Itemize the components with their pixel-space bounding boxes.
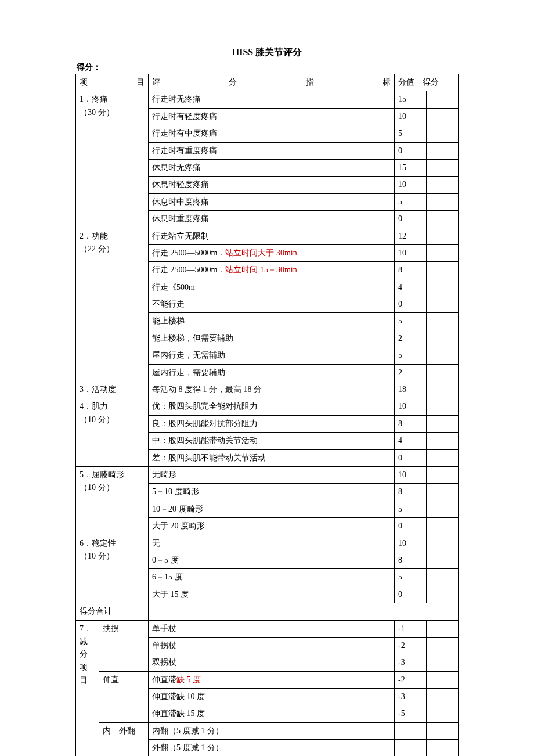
subtotal-score-row: 得分合计 — [76, 603, 459, 620]
score-cell — [427, 347, 459, 364]
score-cell — [427, 244, 459, 261]
score-cell — [427, 296, 459, 313]
value-cell: 8 — [395, 262, 427, 279]
table-row: 7．减分项目扶拐单手杖-1 — [76, 620, 459, 637]
subtotal-label: 得分合计 — [76, 603, 149, 620]
score-cell — [427, 518, 459, 535]
value-cell: 8 — [395, 552, 427, 568]
criteria-cell: 伸直滞缺 10 度 — [149, 689, 395, 705]
value-cell: 0 — [395, 211, 427, 228]
criteria-cell: 每活动 8 度得 1 分，最高 18 分 — [149, 381, 395, 398]
criteria-cell: 差：股四头肌不能带动关节活动 — [149, 449, 395, 466]
value-cell: 10 — [395, 177, 427, 193]
value-cell: 2 — [395, 364, 427, 381]
value-cell: 5 — [395, 193, 427, 210]
header-criteria: 评 分 指 标 — [149, 74, 395, 91]
criteria-cell: 伸直滞缺 15 度 — [149, 705, 395, 722]
value-cell: 5 — [395, 313, 427, 330]
score-cell — [427, 398, 459, 415]
score-cell — [427, 484, 459, 501]
category-cell: 6．稳定性（10 分） — [76, 535, 149, 603]
header-value-score: 分值 得分 — [395, 74, 459, 91]
score-cell — [427, 671, 459, 688]
value-cell: 5 — [395, 501, 427, 517]
value-cell: -2 — [395, 637, 427, 654]
score-label: 得分： — [75, 62, 459, 73]
criteria-cell: 优：股四头肌完全能对抗阻力 — [149, 398, 395, 415]
category-cell: 5．屈膝畸形（10 分） — [76, 466, 149, 535]
deduction-subcategory: 扶拐 — [99, 620, 149, 671]
value-cell: 15 — [395, 159, 427, 176]
score-cell — [427, 279, 459, 296]
criteria-cell: 屋内行走，无需辅助 — [149, 347, 395, 364]
score-cell — [427, 91, 459, 108]
table-row: 3．活动度每活动 8 度得 1 分，最高 18 分18 — [76, 381, 459, 398]
criteria-cell: 休息时轻度疼痛 — [149, 177, 395, 193]
criteria-cell: 行走站立无限制 — [149, 228, 395, 244]
score-cell — [427, 552, 459, 568]
header-item: 项 目 — [76, 74, 149, 91]
score-cell — [427, 569, 459, 586]
category-cell: 1．疼痛（30 分） — [76, 91, 149, 228]
subtotal-value — [149, 603, 459, 620]
value-cell: 10 — [395, 108, 427, 125]
value-cell: 0 — [395, 142, 427, 159]
table-row: 伸直伸直滞缺 5 度-2 — [76, 671, 459, 688]
value-cell: 4 — [395, 433, 427, 449]
value-cell: 0 — [395, 449, 427, 466]
score-table: 项 目评 分 指 标分值 得分1．疼痛（30 分）行走时无疼痛15行走时有轻度疼… — [75, 74, 459, 756]
value-cell: 5 — [395, 347, 427, 364]
score-cell — [427, 415, 459, 432]
value-cell: 10 — [395, 466, 427, 483]
value-cell: 15 — [395, 91, 427, 108]
criteria-cell: 0－5 度 — [149, 552, 395, 568]
score-cell — [427, 228, 459, 244]
value-cell: 4 — [395, 279, 427, 296]
criteria-cell: 休息时中度疼痛 — [149, 193, 395, 210]
criteria-cell: 能上楼梯 — [149, 313, 395, 330]
table-row: 1．疼痛（30 分）行走时无疼痛15 — [76, 91, 459, 108]
criteria-cell: 大于 20 度畸形 — [149, 518, 395, 535]
score-cell — [427, 501, 459, 517]
criteria-cell: 良：股四头肌能对抗部分阻力 — [149, 415, 395, 432]
table-row: 5．屈膝畸形（10 分）无畸形10 — [76, 466, 459, 483]
score-cell — [427, 466, 459, 483]
value-cell: 10 — [395, 398, 427, 415]
score-cell — [427, 177, 459, 193]
value-cell: -1 — [395, 620, 427, 637]
score-cell — [427, 330, 459, 347]
table-row: 内 外翻内翻（5 度减 1 分） — [76, 722, 459, 739]
criteria-cell: 休息时无疼痛 — [149, 159, 395, 176]
value-cell: 0 — [395, 296, 427, 313]
page-title: HISS 膝关节评分 — [75, 46, 459, 59]
score-cell — [427, 142, 459, 159]
score-cell — [427, 637, 459, 654]
value-cell — [395, 740, 427, 756]
value-cell: -5 — [395, 705, 427, 722]
criteria-cell: 大于 15 度 — [149, 586, 395, 603]
score-cell — [427, 620, 459, 637]
score-cell — [427, 433, 459, 449]
value-cell: -3 — [395, 654, 427, 671]
criteria-cell: 6－15 度 — [149, 569, 395, 586]
table-row: 2．功能（22 分）行走站立无限制12 — [76, 228, 459, 244]
criteria-cell: 行走时有中度疼痛 — [149, 125, 395, 142]
criteria-cell: 单拐杖 — [149, 637, 395, 654]
score-cell — [427, 364, 459, 381]
score-cell — [427, 159, 459, 176]
criteria-cell: 双拐杖 — [149, 654, 395, 671]
value-cell — [395, 722, 427, 739]
criteria-cell: 行走《500m — [149, 279, 395, 296]
value-cell: 8 — [395, 484, 427, 501]
category-cell: 2．功能（22 分） — [76, 228, 149, 381]
value-cell: 5 — [395, 125, 427, 142]
score-cell — [427, 722, 459, 739]
criteria-cell: 行走时有轻度疼痛 — [149, 108, 395, 125]
criteria-cell: 行走时有重度疼痛 — [149, 142, 395, 159]
criteria-cell: 单手杖 — [149, 620, 395, 637]
value-cell: 18 — [395, 381, 427, 398]
score-cell — [427, 211, 459, 228]
score-cell — [427, 535, 459, 552]
criteria-cell: 能上楼梯，但需要辅助 — [149, 330, 395, 347]
value-cell: 5 — [395, 569, 427, 586]
